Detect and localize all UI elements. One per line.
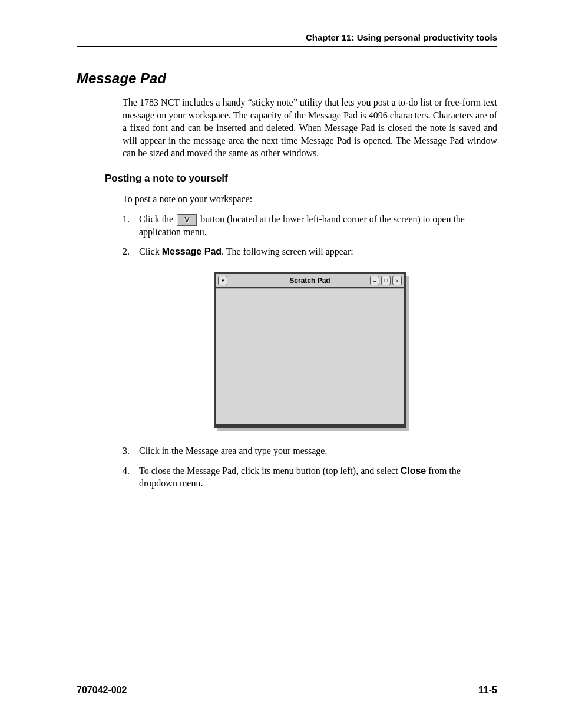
window-menu-button[interactable]: ▾ [218, 276, 227, 285]
step-4: 4. To close the Message Pad, click its m… [123, 465, 497, 490]
intro-paragraph: The 1783 NCT includes a handy “sticky no… [123, 96, 497, 160]
chevron-down-icon: ▾ [222, 278, 224, 284]
step-3: 3. Click in the Message area and type yo… [123, 444, 497, 457]
close-button[interactable] [392, 276, 402, 285]
step-2-bold: Message Pad [162, 246, 222, 256]
step-2-text-a: Click [139, 246, 160, 256]
step-4-number: 4. [123, 465, 139, 477]
figure-scratch-pad: ▾ Scratch Pad [123, 272, 497, 428]
section-title: Message Pad [77, 70, 497, 87]
step-3-number: 3. [123, 444, 139, 457]
step-1-number: 1. [123, 213, 139, 226]
step-4-text-a: To close the Message Pad, click its menu… [139, 466, 398, 476]
minimize-button[interactable] [370, 276, 379, 285]
v-menu-icon [177, 214, 197, 226]
running-header: Chapter 11: Using personal productivity … [77, 32, 497, 46]
step-1: 1. Click the button (located at the lowe… [123, 213, 497, 239]
page-footer: 707042-002 11-5 [77, 685, 497, 696]
doc-number: 707042-002 [77, 685, 127, 696]
maximize-button[interactable] [381, 276, 391, 285]
scratch-pad-textarea[interactable] [216, 288, 404, 424]
step-2-number: 2. [123, 245, 139, 258]
lead-line: To post a note on your workspace: [123, 193, 497, 206]
page-number: 11-5 [478, 685, 497, 696]
step-3-text: Click in the Message area and type your … [139, 444, 497, 457]
scratch-pad-titlebar: ▾ Scratch Pad [216, 274, 404, 288]
step-2-text-b: . The following screen will appear: [222, 246, 353, 256]
scratch-pad-window: ▾ Scratch Pad [214, 272, 406, 428]
header-rule [77, 46, 497, 47]
subsection-heading: Posting a note to yourself [105, 173, 497, 185]
step-4-bold: Close [401, 466, 427, 476]
step-1-text-a: Click the [139, 214, 173, 224]
step-2: 2. Click Message Pad. The following scre… [123, 245, 497, 258]
window-bottom-border [216, 424, 404, 426]
